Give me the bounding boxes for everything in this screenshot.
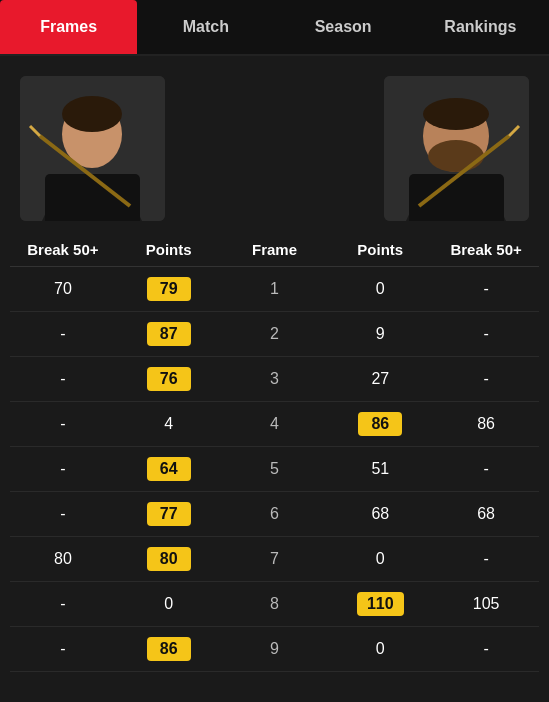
break1-cell: - <box>10 595 116 613</box>
break1-cell: 70 <box>10 280 116 298</box>
break1-cell: - <box>10 370 116 388</box>
points2-cell: 68 <box>327 505 433 523</box>
frame-cell: 5 <box>222 460 328 478</box>
player1-photo <box>20 76 165 221</box>
points1-cell: 87 <box>116 322 222 346</box>
table-row: 808070- <box>10 537 539 582</box>
points1-cell: 79 <box>116 277 222 301</box>
break1-cell: - <box>10 325 116 343</box>
svg-point-3 <box>62 96 122 132</box>
frame-cell: 6 <box>222 505 328 523</box>
rows-container: 707910--8729--76327--448686-64551--77668… <box>10 267 539 672</box>
points2-cell: 110 <box>327 592 433 616</box>
points2-cell: 0 <box>327 640 433 658</box>
break1-cell: - <box>10 415 116 433</box>
header-break50-right: Break 50+ <box>433 241 539 258</box>
tab-match[interactable]: Match <box>137 0 274 54</box>
points2-cell: 0 <box>327 550 433 568</box>
break1-cell: - <box>10 505 116 523</box>
table-row: -8729- <box>10 312 539 357</box>
frame-cell: 2 <box>222 325 328 343</box>
break2-cell: - <box>433 370 539 388</box>
frame-cell: 7 <box>222 550 328 568</box>
points1-cell: 77 <box>116 502 222 526</box>
tab-season[interactable]: Season <box>275 0 412 54</box>
break2-cell: 105 <box>433 595 539 613</box>
break1-cell: - <box>10 640 116 658</box>
break2-cell: 68 <box>433 505 539 523</box>
points1-cell: 86 <box>116 637 222 661</box>
points2-cell: 9 <box>327 325 433 343</box>
points2-cell: 27 <box>327 370 433 388</box>
player2-photo <box>384 76 529 221</box>
break2-cell: - <box>433 640 539 658</box>
svg-rect-12 <box>409 174 504 221</box>
frame-cell: 3 <box>222 370 328 388</box>
frame-cell: 8 <box>222 595 328 613</box>
table-row: -64551- <box>10 447 539 492</box>
table-row: -08110105 <box>10 582 539 627</box>
svg-point-11 <box>423 98 489 130</box>
header-points-left: Points <box>116 241 222 258</box>
break1-cell: 80 <box>10 550 116 568</box>
table-row: -448686 <box>10 402 539 447</box>
stats-table: Break 50+ Points Frame Points Break 50+ … <box>0 231 549 672</box>
tab-frames[interactable]: Frames <box>0 0 137 54</box>
points2-cell: 0 <box>327 280 433 298</box>
break1-cell: - <box>10 460 116 478</box>
frame-cell: 4 <box>222 415 328 433</box>
header-break50-left: Break 50+ <box>10 241 116 258</box>
tab-bar: Frames Match Season Rankings <box>0 0 549 56</box>
break2-cell: - <box>433 550 539 568</box>
table-row: -76327- <box>10 357 539 402</box>
table-row: -7766868 <box>10 492 539 537</box>
frame-cell: 1 <box>222 280 328 298</box>
header-frame: Frame <box>222 241 328 258</box>
header-points-right: Points <box>327 241 433 258</box>
svg-rect-4 <box>45 174 140 221</box>
break2-cell: - <box>433 280 539 298</box>
frame-cell: 9 <box>222 640 328 658</box>
break2-cell: - <box>433 325 539 343</box>
points1-cell: 64 <box>116 457 222 481</box>
points1-cell: 4 <box>116 415 222 433</box>
table-row: -8690- <box>10 627 539 672</box>
break2-cell: 86 <box>433 415 539 433</box>
break2-cell: - <box>433 460 539 478</box>
points1-cell: 0 <box>116 595 222 613</box>
points2-cell: 86 <box>327 412 433 436</box>
players-row <box>0 56 549 231</box>
points2-cell: 51 <box>327 460 433 478</box>
points1-cell: 76 <box>116 367 222 391</box>
points1-cell: 80 <box>116 547 222 571</box>
svg-point-10 <box>428 140 484 172</box>
table-row: 707910- <box>10 267 539 312</box>
tab-rankings[interactable]: Rankings <box>412 0 549 54</box>
stats-header: Break 50+ Points Frame Points Break 50+ <box>10 231 539 267</box>
